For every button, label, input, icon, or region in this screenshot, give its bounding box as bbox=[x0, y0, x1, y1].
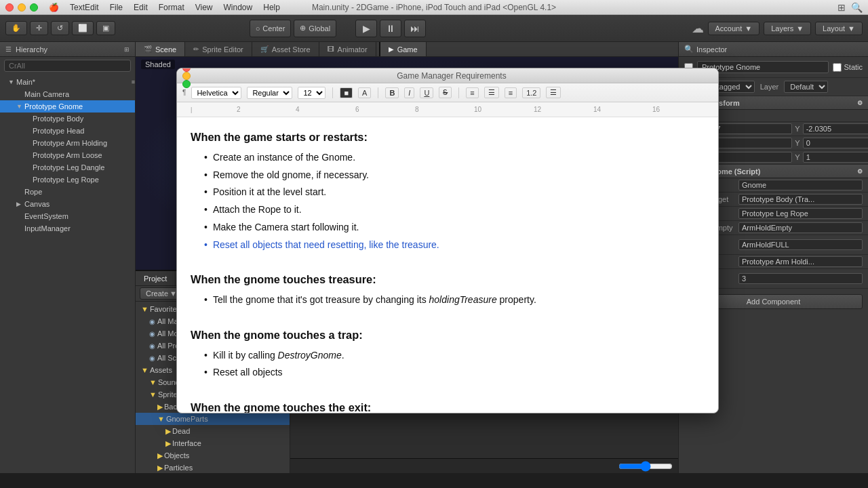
transform-options[interactable]: ⚙ bbox=[857, 100, 863, 106]
gnomeparts-label: GnomeParts bbox=[166, 415, 208, 423]
holding-empty-value[interactable]: ArmHoldEmpty bbox=[738, 222, 863, 233]
section1-item-4: Make the Camera start following it. bbox=[204, 220, 705, 236]
line-height-btn[interactable]: 1.2 bbox=[522, 87, 540, 98]
textedit-content[interactable]: When the game starts or restarts: Create… bbox=[177, 117, 718, 413]
section2-list: Tell the gnome that it's got treasure by… bbox=[191, 292, 705, 308]
move-tool[interactable]: ✛ bbox=[30, 21, 48, 35]
account-dropdown[interactable]: Account ▼ bbox=[708, 22, 760, 35]
project-objects[interactable]: ▶ Objects bbox=[136, 449, 290, 462]
textedit-close[interactable] bbox=[182, 68, 191, 72]
italic-btn[interactable]: I bbox=[404, 87, 414, 98]
menu-textedit[interactable]: TextEdit bbox=[70, 3, 99, 12]
animator-icon: 🎞 bbox=[328, 45, 334, 53]
follow-target-value[interactable]: Prototype Body (Tra... bbox=[738, 194, 863, 205]
align-center-btn[interactable]: ☰ bbox=[484, 87, 499, 98]
asset-store-icon: 🛒 bbox=[260, 45, 269, 53]
maximize-button[interactable] bbox=[30, 3, 38, 12]
traffic-lights[interactable] bbox=[5, 3, 38, 12]
hand-tool[interactable]: ✋ bbox=[5, 21, 27, 35]
tree-item-rope[interactable]: Rope bbox=[0, 186, 135, 198]
minimize-button[interactable] bbox=[18, 3, 26, 12]
menu-help[interactable]: Help bbox=[263, 3, 280, 12]
tab-game[interactable]: ▶ Game bbox=[380, 42, 427, 56]
menu-edit[interactable]: Edit bbox=[134, 3, 148, 12]
textedit-minimize[interactable] bbox=[182, 72, 191, 80]
scale-tool[interactable]: ⬜ bbox=[72, 21, 94, 35]
align-right-btn[interactable]: ≡ bbox=[505, 87, 517, 98]
tree-item-main[interactable]: ▼ Main* ≡ bbox=[0, 76, 135, 88]
before-removing-value[interactable] bbox=[738, 273, 863, 284]
tree-item-maincamera[interactable]: Main Camera bbox=[0, 88, 135, 100]
static-toggle[interactable]: Static bbox=[833, 63, 863, 72]
pause-button[interactable]: ⏸ bbox=[380, 20, 401, 37]
global-toggle[interactable]: ⊕ Global bbox=[294, 20, 336, 37]
ruler-6: 6 bbox=[355, 106, 359, 113]
textedit-maximize[interactable] bbox=[182, 80, 191, 88]
style-select[interactable]: Regular bbox=[247, 87, 292, 99]
leg-rope-value[interactable]: Prototype Leg Rope bbox=[738, 208, 863, 219]
textedit-traffic-lights[interactable] bbox=[182, 68, 191, 88]
project-particles[interactable]: ▶ Particles bbox=[136, 462, 290, 473]
hierarchy-expand-icon[interactable]: ⊞ bbox=[124, 46, 130, 53]
script-value[interactable]: Gnome bbox=[738, 180, 863, 190]
tree-item-prototype-head[interactable]: Prototype Head bbox=[0, 125, 135, 137]
hierarchy-icon: ☰ bbox=[5, 45, 12, 53]
holding-treasure-value[interactable]: ArmHoldFULL bbox=[738, 239, 863, 250]
pos-y-input[interactable] bbox=[803, 123, 868, 134]
tree-item-inputmanager[interactable]: InputManager bbox=[0, 222, 135, 235]
tree-item-canvas[interactable]: ▶ Canvas bbox=[0, 198, 135, 210]
font-select[interactable]: Helvetica bbox=[191, 87, 241, 99]
menu-apple[interactable]: 🍎 bbox=[49, 3, 59, 12]
tree-item-prototype-arm-holding[interactable]: Prototype Arm Holding bbox=[0, 137, 135, 149]
ruler-4: 4 bbox=[296, 106, 300, 113]
tab-scene[interactable]: 🎬 Scene bbox=[136, 42, 185, 56]
tree-item-prototype-gnome[interactable]: ▼ Prototype Gnome bbox=[0, 100, 135, 113]
dead-label: Dead bbox=[172, 427, 190, 435]
script-options[interactable]: ⚙ bbox=[857, 168, 863, 175]
layout-dropdown[interactable]: Layout ▼ bbox=[815, 22, 863, 35]
project-dead[interactable]: ▶ Dead bbox=[136, 425, 290, 437]
tab-sprite-editor[interactable]: ✏ Sprite Editor bbox=[185, 42, 252, 56]
strikethrough-btn[interactable]: S̶ bbox=[439, 87, 452, 98]
layers-dropdown[interactable]: Layers ▼ bbox=[764, 22, 811, 35]
rotate-tool[interactable]: ↺ bbox=[51, 21, 69, 35]
arm-value[interactable]: Prototype Arm Holdi... bbox=[738, 256, 863, 267]
align-left-btn[interactable]: ≡ bbox=[466, 87, 478, 98]
bold-btn[interactable]: B bbox=[385, 87, 399, 98]
tree-item-prototype-arm-loose[interactable]: Prototype Arm Loose bbox=[0, 149, 135, 161]
center-toggle[interactable]: ○ Center bbox=[250, 20, 292, 37]
scale-y-input[interactable] bbox=[803, 152, 868, 163]
static-checkbox[interactable] bbox=[833, 63, 842, 72]
interface-label: Interface bbox=[172, 439, 201, 447]
objects-label: Objects bbox=[164, 451, 189, 460]
tab-project[interactable]: Project bbox=[136, 271, 176, 285]
highlight-btn[interactable]: A bbox=[358, 87, 371, 98]
step-button[interactable]: ⏭ bbox=[404, 20, 426, 37]
list-btn[interactable]: ☰ bbox=[546, 87, 561, 98]
tab-asset-store[interactable]: 🛒 Asset Store bbox=[252, 42, 319, 56]
close-button[interactable] bbox=[5, 3, 14, 12]
tree-item-prototype-leg-rope[interactable]: Prototype Leg Rope bbox=[0, 174, 135, 186]
underline-btn[interactable]: U bbox=[420, 87, 433, 98]
rot-y-input[interactable] bbox=[803, 138, 868, 148]
size-select[interactable]: 12 bbox=[298, 87, 326, 99]
project-interface[interactable]: ▶ Interface bbox=[136, 437, 290, 449]
hierarchy-search[interactable] bbox=[4, 60, 131, 72]
zoom-slider[interactable] bbox=[618, 461, 673, 472]
color-btn[interactable]: ■ bbox=[340, 87, 353, 98]
play-button[interactable]: ▶ bbox=[355, 20, 377, 37]
tree-item-prototype-body[interactable]: Prototype Body bbox=[0, 113, 135, 125]
menu-format[interactable]: Format bbox=[159, 3, 184, 12]
hierarchy-options[interactable]: ≡ bbox=[132, 79, 135, 85]
menu-file[interactable]: File bbox=[110, 3, 123, 12]
tree-item-eventsystem[interactable]: EventSystem bbox=[0, 210, 135, 222]
tree-item-prototype-leg-dangle[interactable]: Prototype Leg Dangle bbox=[0, 161, 135, 174]
menu-window[interactable]: Window bbox=[224, 3, 253, 12]
rect-tool[interactable]: ▣ bbox=[96, 21, 115, 35]
mac-menubar[interactable]: 🍎 TextEdit File Edit Format View Window … bbox=[49, 3, 280, 12]
menu-view[interactable]: View bbox=[195, 3, 213, 12]
layer-dropdown[interactable]: Default bbox=[784, 81, 828, 93]
project-gnomeparts[interactable]: ▼ GnomeParts bbox=[136, 413, 290, 425]
tab-animator[interactable]: 🎞 Animator bbox=[319, 42, 376, 56]
shaded-label[interactable]: Shaded bbox=[141, 60, 175, 69]
